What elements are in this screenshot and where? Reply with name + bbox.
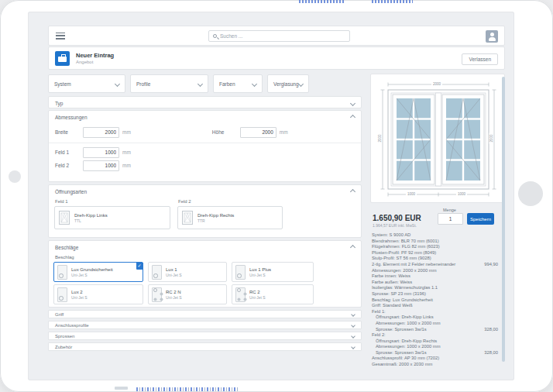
fitting-subtitle: Uni-Jet S xyxy=(166,295,182,300)
filter-label: Profile xyxy=(136,81,150,87)
summary-line: Griff: Standard Weiß xyxy=(370,303,505,309)
summary-text: Flügelrahmen: FLG 82 mm (6023) xyxy=(372,244,440,250)
hoehe-input[interactable] xyxy=(240,127,276,138)
summary-price: 328,00 xyxy=(484,327,498,333)
summary-line: Blendrahmen: BLR 70 mm (6001) xyxy=(370,239,505,245)
summary-line: System: S 9000 AD xyxy=(370,232,505,239)
accordion-griff[interactable]: Griff xyxy=(48,310,362,318)
dim-bottom-left: 1000 xyxy=(406,192,417,196)
page-edge-artifact-bottom-1 xyxy=(115,387,128,390)
opening-type-column: Feld 2 Dreh-Kipp Rechts TTR xyxy=(177,198,283,229)
opening-type-card[interactable]: Dreh-Kipp Rechts TTR xyxy=(177,206,283,229)
filter-dropdown[interactable]: Profile xyxy=(130,74,208,93)
summary-line: Gesamtmaß: 2000 x 2030 mm xyxy=(370,362,505,368)
accordion-oeffnungsarten: Öffnungsarten Feld 1 xyxy=(48,184,362,238)
window-preview-card: 2000 2000 2000 1000 1000 xyxy=(370,74,505,203)
window-opening-icon xyxy=(59,211,70,225)
fitting-title: Lux 2 xyxy=(71,290,88,294)
accordion-abmessungen-header[interactable]: Abmessungen xyxy=(49,111,361,123)
fitting-grid: Lux Grundsicherheit Uni-Jet S Lux 1 Uni-… xyxy=(49,262,361,304)
fitting-hardware-icon xyxy=(152,265,162,280)
accordion-anschlussprofile[interactable]: Anschlussprofile xyxy=(48,321,362,329)
accordion-beschlaege-header[interactable]: Beschläge xyxy=(49,241,361,253)
fitting-subtitle: Uni-Jet S xyxy=(249,273,271,277)
summary-line: Farbe innen: Weiss xyxy=(370,273,505,280)
fitting-card[interactable]: Lux 2 Uni-Jet S xyxy=(53,284,143,304)
summary-text: Farbe innen: Weiss xyxy=(372,273,410,280)
fitting-title: RC 2 xyxy=(249,290,266,294)
summary-text: Feld 1: xyxy=(372,309,386,315)
chevron-down-icon xyxy=(252,81,257,86)
save-button[interactable]: Speichern xyxy=(467,213,494,225)
breite-unit: mm xyxy=(122,129,131,135)
summary-line: Pfosten-Profil: PF 92 mm (8049) xyxy=(370,250,505,256)
field-label: Feld 2 xyxy=(178,199,283,204)
hamburger-menu-icon[interactable] xyxy=(56,33,65,40)
leave-button[interactable]: Verlassen xyxy=(462,53,498,65)
opening-type-card[interactable]: Dreh-Kipp Links TTL xyxy=(54,206,170,229)
divider xyxy=(49,143,361,143)
fitting-card[interactable]: RC 2 Uni-Jet S xyxy=(232,284,314,304)
summary-line: Sprosse: Sprossen 3w/1s 328,00 xyxy=(370,350,505,356)
accordion-beschlaege-label: Beschläge xyxy=(55,245,78,250)
chevron-down-icon xyxy=(351,334,356,339)
accordion-typ[interactable]: Typ xyxy=(48,96,362,108)
page-subtitle: Angebot xyxy=(76,60,114,64)
search-input[interactable] xyxy=(220,33,345,39)
filter-dropdown[interactable]: Farben xyxy=(213,74,263,93)
filter-dropdown[interactable]: System xyxy=(48,74,125,93)
summary-price: 994,90 xyxy=(484,262,498,268)
fitting-subtitle: Uni-Jet S xyxy=(166,273,182,277)
briefcase-icon xyxy=(55,51,70,66)
filter-dropdown[interactable]: Verglasung xyxy=(267,74,309,93)
fitting-card[interactable]: Lux 1 Plus Uni-Jet S xyxy=(232,262,314,282)
opening-type-columns: Feld 1 Dreh-Kipp Links TTL xyxy=(49,198,361,229)
summary-line: Flügelrahmen: FLG 82 mm (6023) xyxy=(370,244,505,250)
summary-line: 2-tlg. Element mit 2 Felder nebeneinande… xyxy=(370,262,505,268)
user-avatar-button[interactable] xyxy=(486,30,498,43)
chevron-down-icon xyxy=(350,100,356,105)
summary-text: Öffnungsart: Dreh-Kipp Rechts xyxy=(376,339,437,345)
fitting-card[interactable]: Lux Grundsicherheit Uni-Jet S xyxy=(53,262,143,282)
accordion-abmessungen-label: Abmessungen xyxy=(55,115,88,120)
summary-line: Sprosse: SP 23 mm (3196) xyxy=(370,291,505,297)
summary-line: Isolierglas: Wärmeschutzglas 1.1 xyxy=(370,285,505,291)
accordion-oeffnungsarten-header[interactable]: Öffnungsarten xyxy=(49,185,361,198)
summary-text: Pfosten-Profil: PF 92 mm (8049) xyxy=(372,250,436,256)
breite-input[interactable] xyxy=(83,127,119,138)
chevron-up-icon xyxy=(350,188,356,194)
configuration-summary: System: S 9000 AD Blendrahmen: BLR 70 mm… xyxy=(370,232,505,368)
summary-text: Feld 2: xyxy=(372,332,386,339)
app-screen: Neuer Eintrag Angebot Verlassen System P… xyxy=(28,12,514,380)
fitting-group-label: Beschlag xyxy=(55,255,361,260)
summary-line: Beschlag: Lux Grundsicherheit xyxy=(370,297,505,304)
chevron-down-icon xyxy=(351,312,356,317)
fitting-title: RC 2 N xyxy=(166,290,182,294)
fitting-hardware-icon xyxy=(235,287,246,302)
feld2-input[interactable] xyxy=(83,160,119,171)
page-edge-artifact-bottom-2 xyxy=(136,387,239,391)
feld1-label: Feld 1 xyxy=(55,150,83,155)
quantity-input[interactable] xyxy=(438,213,463,225)
page-edge-artifact-top-1 xyxy=(299,0,345,3)
search-box[interactable] xyxy=(208,30,350,42)
feld1-input[interactable] xyxy=(83,147,119,158)
accordion-beschlaege: Beschläge Beschlag Lux Grundsicherheit U… xyxy=(48,240,362,308)
summary-text: Isolierglas: Wärmeschutzglas 1.1 xyxy=(372,285,438,291)
quantity-label: Menge xyxy=(443,208,456,212)
accordion-sprossen[interactable]: Sprossen xyxy=(48,332,362,340)
summary-text: Stulp-Profil: ST 56 mm (9028) xyxy=(372,256,431,262)
fitting-hardware-icon xyxy=(57,265,67,280)
accordion-zubehoer[interactable]: Zubehör xyxy=(48,342,362,351)
summary-line: Feld 2: xyxy=(370,332,505,339)
breite-label: Breite xyxy=(55,129,83,135)
summary-text: Anschlussprofil: AP 30 mm (7202) xyxy=(372,356,439,362)
fitting-card[interactable]: RC 2 N Uni-Jet S xyxy=(148,284,227,304)
summary-line: Abmessungen: 2000 x 2000 mm xyxy=(370,268,505,274)
tablet-home-button xyxy=(518,181,543,206)
dim-right: 2000 xyxy=(489,132,493,143)
summary-text: Öffnungsart: Dreh-Kipp Links xyxy=(376,315,434,321)
window-opening-icon xyxy=(182,211,193,225)
summary-line: Feld 1: xyxy=(370,309,505,315)
fitting-card[interactable]: Lux 1 Uni-Jet S xyxy=(148,262,227,282)
